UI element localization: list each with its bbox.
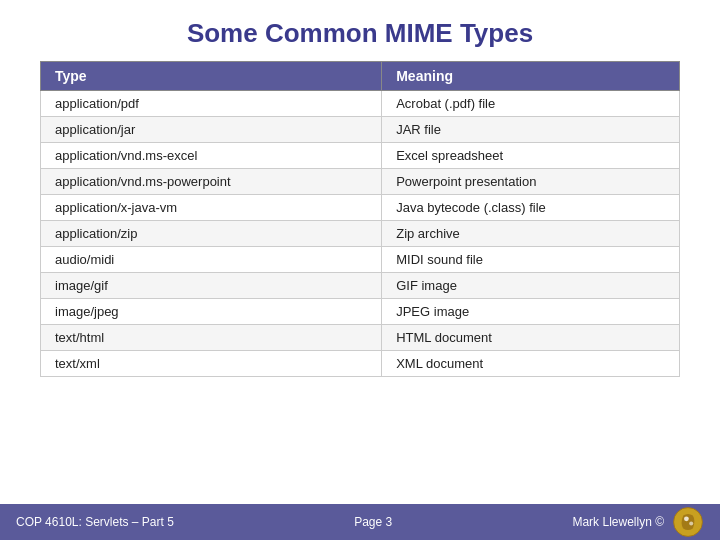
cell-type: application/zip — [41, 221, 382, 247]
table-row: text/htmlHTML document — [41, 325, 680, 351]
page-title: Some Common MIME Types — [40, 10, 680, 49]
cell-meaning: JPEG image — [382, 299, 680, 325]
svg-point-2 — [689, 522, 693, 526]
footer-right-group: Mark Llewellyn © — [572, 506, 704, 538]
cell-meaning: GIF image — [382, 273, 680, 299]
cell-type: application/pdf — [41, 91, 382, 117]
col-header-meaning: Meaning — [382, 62, 680, 91]
cell-type: image/gif — [41, 273, 382, 299]
cell-meaning: Excel spreadsheet — [382, 143, 680, 169]
table-row: text/xmlXML document — [41, 351, 680, 377]
cell-type: application/vnd.ms-powerpoint — [41, 169, 382, 195]
table-row: application/vnd.ms-excelExcel spreadshee… — [41, 143, 680, 169]
table-row: application/jarJAR file — [41, 117, 680, 143]
table-row: application/pdfAcrobat (.pdf) file — [41, 91, 680, 117]
footer-center: Page 3 — [354, 515, 392, 529]
cell-type: application/vnd.ms-excel — [41, 143, 382, 169]
cell-meaning: Java bytecode (.class) file — [382, 195, 680, 221]
footer-left: COP 4610L: Servlets – Part 5 — [16, 515, 174, 529]
cell-type: image/jpeg — [41, 299, 382, 325]
table-row: audio/midiMIDI sound file — [41, 247, 680, 273]
table-row: image/gifGIF image — [41, 273, 680, 299]
cell-meaning: Acrobat (.pdf) file — [382, 91, 680, 117]
footer: COP 4610L: Servlets – Part 5 Page 3 Mark… — [0, 504, 720, 540]
footer-logo-icon — [672, 506, 704, 538]
main-content: Some Common MIME Types Type Meaning appl… — [0, 0, 720, 504]
col-header-type: Type — [41, 62, 382, 91]
cell-type: text/xml — [41, 351, 382, 377]
cell-type: application/x-java-vm — [41, 195, 382, 221]
cell-meaning: XML document — [382, 351, 680, 377]
footer-right: Mark Llewellyn © — [572, 515, 664, 529]
cell-meaning: JAR file — [382, 117, 680, 143]
svg-point-1 — [684, 516, 689, 521]
cell-type: application/jar — [41, 117, 382, 143]
table-row: application/x-java-vmJava bytecode (.cla… — [41, 195, 680, 221]
page: Some Common MIME Types Type Meaning appl… — [0, 0, 720, 540]
table-header-row: Type Meaning — [41, 62, 680, 91]
mime-table: Type Meaning application/pdfAcrobat (.pd… — [40, 61, 680, 377]
cell-meaning: MIDI sound file — [382, 247, 680, 273]
table-row: application/zipZip archive — [41, 221, 680, 247]
cell-type: text/html — [41, 325, 382, 351]
cell-meaning: HTML document — [382, 325, 680, 351]
table-row: image/jpegJPEG image — [41, 299, 680, 325]
cell-meaning: Zip archive — [382, 221, 680, 247]
cell-type: audio/midi — [41, 247, 382, 273]
cell-meaning: Powerpoint presentation — [382, 169, 680, 195]
table-row: application/vnd.ms-powerpointPowerpoint … — [41, 169, 680, 195]
